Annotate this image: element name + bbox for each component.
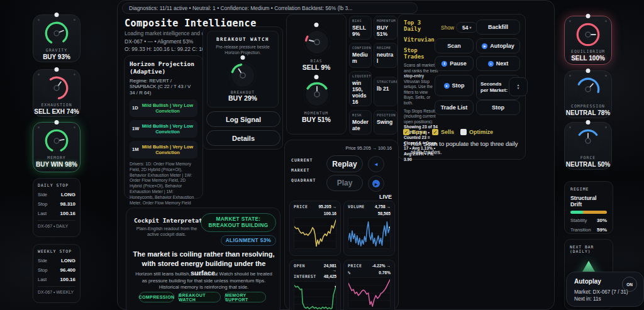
- chart-label: OPEN: [294, 263, 316, 272]
- gauge-value: BUY 29%: [208, 94, 278, 102]
- pause-button[interactable]: ⅡPause: [435, 56, 474, 71]
- top3-title-line2: Vitruvian: [404, 36, 439, 43]
- autoplay-button[interactable]: ▶Autoplay: [476, 38, 520, 53]
- breakout-details-button[interactable]: Details: [206, 130, 280, 146]
- gauge-top-dot: [314, 75, 319, 79]
- optimize-checkbox[interactable]: Optimize: [460, 129, 493, 135]
- memory-gauge-card[interactable]: MEMORY BUY WIN 98%: [33, 122, 80, 172]
- buys-checkbox[interactable]: ✓Buys: [403, 129, 426, 135]
- play-icon: ▶: [372, 180, 380, 187]
- open-interest-chart-card: OPEN 24,981 → INTEREST 48,425: [289, 260, 341, 310]
- corner-dot: [74, 19, 75, 21]
- stop-button[interactable]: ■Stop: [435, 75, 474, 96]
- transition-label: Transition: [570, 227, 591, 233]
- backfill-button[interactable]: Backfill: [476, 19, 520, 35]
- stop-button-2[interactable]: Stop: [476, 100, 520, 115]
- regime-bar-stability: [570, 211, 583, 214]
- force-gauge-card[interactable]: FORCE NEUTRAL 50%: [564, 122, 612, 170]
- instruction-number: 1.: [403, 140, 408, 157]
- equilibrium-gauge-card[interactable]: EQUILIBRIUM SELL 100%: [564, 16, 612, 65]
- next-button[interactable]: »Next: [476, 56, 520, 71]
- chart-value-to: 0.76%: [364, 270, 391, 275]
- tile-value: Swing: [377, 119, 394, 125]
- log-signal-button[interactable]: Log Signal: [206, 111, 280, 127]
- tile-value: BUY 51%: [377, 25, 394, 37]
- tile-risk: RISK Moderate: [349, 110, 372, 135]
- weekly-stop-title: WEEKLY STOP: [38, 249, 75, 254]
- tile-label: CONFIDENCE: [352, 46, 369, 50]
- scan-button[interactable]: Scan: [435, 38, 474, 53]
- market-label: MARKET: [291, 168, 309, 173]
- compression-pill: COMPRESSION: [139, 292, 174, 302]
- tile-label: BIAS: [352, 19, 369, 23]
- button-label: Stop: [492, 104, 504, 111]
- rewind-button[interactable]: ◄: [368, 156, 384, 172]
- seconds-label: Seconds per Market:: [480, 81, 508, 94]
- gauge-top-dot: [314, 23, 319, 27]
- button-label: Next: [496, 60, 509, 67]
- gravity-gauge-card[interactable]: GRAVITY BUY 93%: [33, 14, 80, 62]
- weekly-stop-footer: DX-067 • WEEKLY: [38, 290, 75, 294]
- button-label: Autoplay: [490, 43, 514, 49]
- sells-checkbox[interactable]: ✓Sells: [432, 129, 454, 135]
- quadrant-label: QUADRANT: [291, 178, 316, 183]
- chart-value-from: 24,981 →: [319, 263, 336, 272]
- top3-stop-trades-panel: Top 3 Daily Vitruvian Stop Trades Scans …: [397, 14, 526, 160]
- alignment-badge: ALIGNMENT 53%: [221, 235, 276, 246]
- timeframe-label: 1W: [132, 126, 140, 131]
- corner-dot: [74, 74, 75, 75]
- breakout-title: BREAKOUT WATCH: [208, 36, 278, 42]
- gauge-label: BIAS: [287, 58, 346, 63]
- chart-value-to: 100.16: [310, 211, 336, 216]
- gauge-top-dot: [241, 55, 245, 60]
- chart-label: INTEREST: [294, 274, 316, 279]
- instruction-step: 1. Run Scan to populate the top three da…: [403, 140, 521, 157]
- conviction-text: Mild Bullish | Very Low Conviction: [140, 102, 195, 114]
- price-pct-sparkline: [348, 277, 391, 309]
- diagnostics-bar: Diagnostics: 11/11 active • Neutral: 1 •…: [122, 3, 418, 14]
- corner-dot: [569, 20, 571, 22]
- top3-description: Scans all markets and ranks the best sto…: [404, 63, 439, 106]
- horizon-drivers: Drivers: 1D: Order Flow Memory Field, 2D…: [130, 162, 197, 206]
- conviction-row-1m: 1M Mild Bullish | Very Low Conviction: [130, 141, 197, 158]
- gauge-label: FORCE: [565, 155, 611, 160]
- momentum-gauge-dial: [303, 80, 331, 109]
- tile-value: win 150, voids 16: [352, 80, 369, 106]
- gauge-value: SELL EXH 74%: [33, 108, 80, 115]
- button-label: Stop: [452, 82, 465, 89]
- breakout-watch-pill: BREAKOUT WATCH: [178, 292, 221, 302]
- autoplay-on-toggle[interactable]: ON: [622, 277, 637, 292]
- chart-label: VOLUME: [348, 204, 365, 209]
- gauge-label: BREAKOUT: [208, 90, 278, 94]
- cockpit-interpretation-panel: Cockpit Interpretation Plain-English rea…: [126, 208, 280, 310]
- show-select[interactable]: 54 ▾: [456, 22, 477, 33]
- gauge-value: SELL 9%: [287, 64, 346, 71]
- replay-button[interactable]: Replay: [326, 155, 363, 172]
- play-button[interactable]: Play: [326, 175, 363, 191]
- stop-icon: ■: [444, 83, 450, 89]
- compression-gauge-card[interactable]: COMPRESSION NEUTRAL 78%: [564, 70, 612, 118]
- breakout-gauge-dial: [228, 61, 257, 90]
- play-circle-button[interactable]: ▶: [368, 175, 384, 192]
- conviction-text: Mild Bullish | Very Low Conviction: [140, 123, 195, 135]
- next-icon: »: [488, 61, 494, 67]
- equilibrium-gauge-dial: [574, 21, 602, 48]
- checkbox-box: ✓: [403, 129, 409, 135]
- exhaustion-gauge-card[interactable]: EXHAUSTION SELL EXH 74%: [33, 69, 80, 117]
- seconds-spinner[interactable]: ▲ ▼: [509, 77, 528, 96]
- exhaustion-gauge-dial: [43, 74, 70, 102]
- checkbox-box: ✓: [432, 129, 438, 135]
- corner-dot: [38, 19, 40, 21]
- gauge-label: EXHAUSTION: [33, 102, 80, 108]
- chart-value-to: 58,565: [367, 211, 391, 216]
- trade-list-button[interactable]: Trade List: [435, 100, 474, 115]
- memory-gauge-dial: [43, 127, 70, 155]
- cockpit-subtitle: Plain-English readout from the active co…: [134, 226, 199, 238]
- tile-label: REGIME: [377, 46, 394, 50]
- tile-confidence: CONFIDENCE Medium: [349, 43, 372, 68]
- tile-value: Moderate: [352, 119, 369, 131]
- show-value: 54: [462, 25, 468, 31]
- show-filter: Show 54 ▾: [441, 22, 477, 33]
- stop-label: Stop: [38, 267, 47, 273]
- button-label: Pause: [450, 60, 467, 67]
